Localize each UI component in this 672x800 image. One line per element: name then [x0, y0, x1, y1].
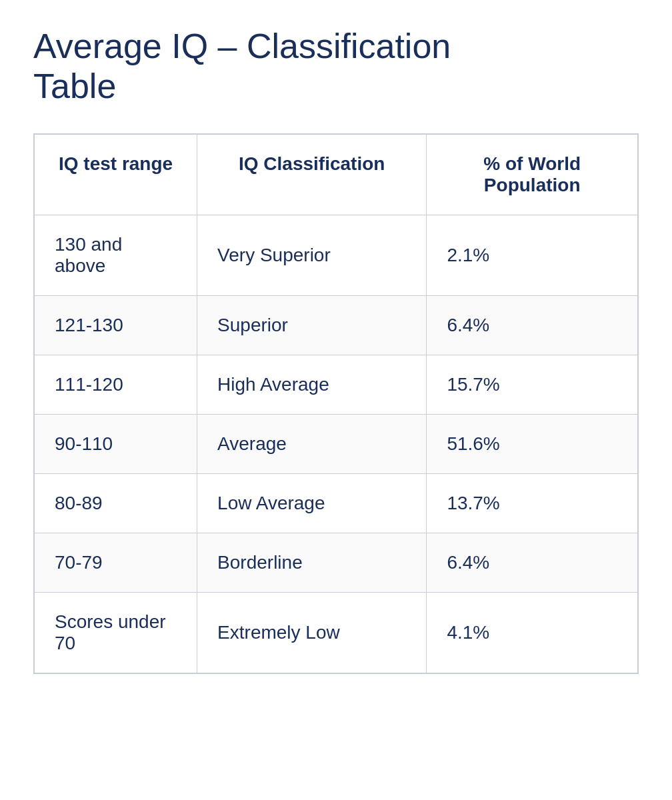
- cell-classification: Superior: [197, 295, 427, 355]
- table-row: 130 and aboveVery Superior2.1%: [34, 215, 638, 295]
- cell-population: 13.7%: [427, 473, 638, 533]
- iq-classification-table: IQ test range IQ Classification % of Wor…: [33, 133, 639, 674]
- cell-classification: Very Superior: [197, 215, 427, 295]
- table-row: 90-110Average51.6%: [34, 414, 638, 473]
- cell-population: 51.6%: [427, 414, 638, 473]
- header-range: IQ test range: [34, 134, 197, 215]
- page-title: Average IQ – Classification Table: [33, 27, 500, 107]
- table-row: Scores under 70Extremely Low4.1%: [34, 592, 638, 673]
- cell-population: 4.1%: [427, 592, 638, 673]
- table-row: 80-89Low Average13.7%: [34, 473, 638, 533]
- cell-range: 90-110: [34, 414, 197, 473]
- cell-range: 130 and above: [34, 215, 197, 295]
- cell-classification: Average: [197, 414, 427, 473]
- cell-population: 6.4%: [427, 533, 638, 592]
- cell-classification: Extremely Low: [197, 592, 427, 673]
- table-row: 111-120High Average15.7%: [34, 355, 638, 414]
- cell-population: 15.7%: [427, 355, 638, 414]
- header-classification: IQ Classification: [197, 134, 427, 215]
- cell-population: 6.4%: [427, 295, 638, 355]
- cell-population: 2.1%: [427, 215, 638, 295]
- cell-range: Scores under 70: [34, 592, 197, 673]
- cell-classification: Low Average: [197, 473, 427, 533]
- table-row: 70-79Borderline6.4%: [34, 533, 638, 592]
- cell-range: 121-130: [34, 295, 197, 355]
- cell-classification: High Average: [197, 355, 427, 414]
- table-row: 121-130Superior6.4%: [34, 295, 638, 355]
- header-population: % of World Population: [427, 134, 638, 215]
- cell-range: 80-89: [34, 473, 197, 533]
- cell-range: 70-79: [34, 533, 197, 592]
- cell-range: 111-120: [34, 355, 197, 414]
- cell-classification: Borderline: [197, 533, 427, 592]
